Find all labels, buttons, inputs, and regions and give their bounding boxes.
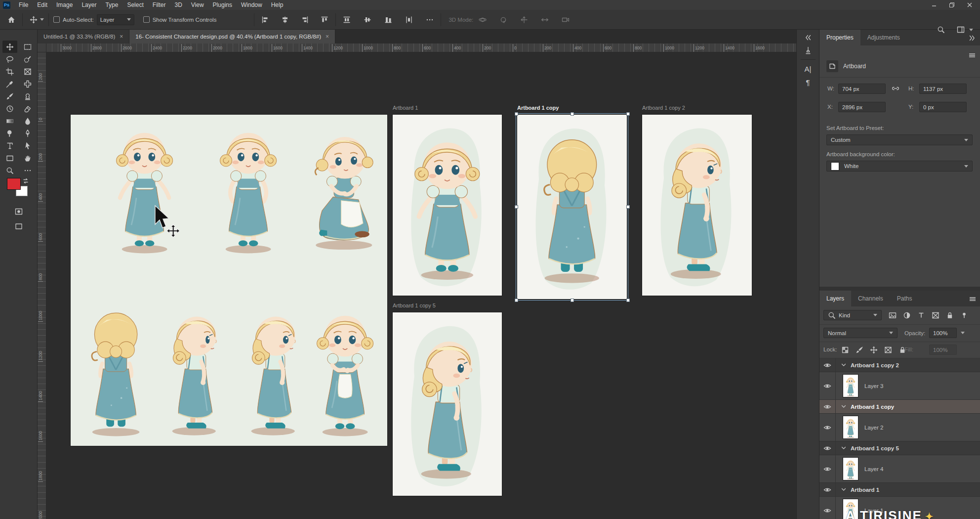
menu-layer[interactable]: Layer	[77, 0, 101, 9]
filter-frame-button[interactable]	[932, 311, 939, 319]
tab-close-icon[interactable]: ×	[120, 33, 123, 40]
tool-lasso[interactable]	[2, 53, 17, 65]
vertical-ruler[interactable]: 2000200400600800100012001400160018002000	[38, 52, 46, 519]
horizontal-ruler[interactable]: 3000280026002400220020001800160014001200…	[46, 43, 796, 52]
restore-button[interactable]	[944, 0, 959, 9]
layer-group-artboard-1-copy[interactable]: Artboard 1 copy	[819, 400, 980, 414]
tool-healing[interactable]	[20, 78, 35, 90]
blend-mode-dropdown[interactable]: Normal	[823, 328, 898, 338]
collapse-panels-icon[interactable]	[804, 34, 812, 42]
current-tool-icon[interactable]	[27, 13, 40, 26]
tool-brush[interactable]	[2, 90, 17, 102]
menu-3d[interactable]: 3D	[170, 0, 186, 9]
tool-clone-stamp[interactable]	[20, 90, 35, 102]
dist-top-button[interactable]	[340, 13, 353, 26]
minimize-button[interactable]	[927, 0, 941, 9]
menu-select[interactable]: Select	[122, 0, 148, 9]
lock-brush-button[interactable]	[856, 346, 863, 354]
filter-type-small-button[interactable]	[917, 311, 925, 319]
menu-filter[interactable]: Filter	[148, 0, 170, 9]
visibility-toggle[interactable]	[819, 400, 836, 413]
tab-properties[interactable]: Properties	[819, 30, 860, 45]
foreground-color-swatch[interactable]	[7, 178, 21, 190]
character-panel-icon[interactable]: A|	[805, 65, 812, 73]
tool-pen[interactable]	[20, 127, 35, 139]
tab-close-icon[interactable]: ×	[326, 33, 329, 40]
dist-center-v-button[interactable]	[361, 13, 374, 26]
search-button[interactable]	[935, 23, 947, 36]
tool-zoom[interactable]	[2, 164, 17, 176]
align-top-button[interactable]	[318, 13, 331, 26]
tool-crop[interactable]	[2, 65, 17, 78]
artboard-label[interactable]: Artboard 1	[393, 105, 418, 113]
layer-group-artboard-1-copy-2[interactable]: Artboard 1 copy 2	[819, 358, 980, 372]
artboard-artboard-1-copy[interactable]	[517, 115, 627, 299]
tab-adjustments[interactable]: Adjustments	[860, 30, 907, 45]
height-field[interactable]: 1137 px	[919, 84, 967, 94]
menu-file[interactable]: File	[14, 0, 33, 9]
menu-help[interactable]: Help	[267, 0, 288, 9]
y-field[interactable]: 0 px	[919, 102, 967, 112]
menu-view[interactable]: View	[187, 0, 208, 9]
menu-plugins[interactable]: Plugins	[208, 0, 237, 9]
quick-mask-button[interactable]	[15, 208, 23, 216]
menu-edit[interactable]: Edit	[33, 0, 52, 9]
tool-blur[interactable]	[20, 115, 35, 127]
document-tab-1[interactable]: Untitled-1 @ 33.3% (RGB/8)×	[38, 30, 129, 43]
layer-layer-3[interactable]: Layer 3	[819, 372, 980, 400]
tool-frame[interactable]	[20, 65, 35, 78]
tool-dodge[interactable]	[2, 127, 17, 139]
group-expand-chevron-icon[interactable]	[840, 485, 848, 494]
filter-padlock-button[interactable]	[946, 311, 954, 319]
tool-path-selection[interactable]	[20, 139, 35, 152]
layer-group-artboard-1[interactable]: Artboard 1	[819, 483, 980, 497]
artboard-label[interactable]: Artboard 1 copy 2	[642, 105, 685, 113]
layer-filter-dropdown[interactable]: Kind	[823, 310, 882, 320]
tool-hand[interactable]	[20, 152, 35, 164]
pasteboard[interactable]: Artboard 1Artboard 1 copyArtboard 1 copy…	[46, 52, 796, 519]
artboard-artboard-1-copy-2[interactable]	[642, 115, 752, 296]
tool-move[interactable]	[2, 41, 17, 53]
artboard-main[interactable]	[71, 115, 387, 446]
workspace-switcher-button[interactable]	[954, 23, 967, 36]
layer-layer-4[interactable]: Layer 4	[819, 455, 980, 483]
visibility-toggle[interactable]	[819, 358, 836, 372]
layer-layer-2[interactable]: Layer 2	[819, 414, 980, 441]
width-field[interactable]: 704 px	[838, 84, 886, 94]
home-button[interactable]	[5, 13, 18, 26]
filter-img-button[interactable]	[889, 311, 897, 319]
visibility-toggle[interactable]	[819, 414, 836, 441]
layer-thumbnail[interactable]	[843, 416, 858, 439]
lock-move-button[interactable]	[870, 346, 878, 354]
tool-more[interactable]	[20, 164, 35, 176]
artboard-artboard-1-copy-5[interactable]	[393, 312, 502, 496]
menu-type[interactable]: Type	[101, 0, 122, 9]
layer-thumbnail[interactable]	[843, 374, 858, 397]
tool-type[interactable]	[2, 139, 17, 152]
artboard-artboard-1[interactable]	[393, 115, 502, 296]
tool-gradient[interactable]	[2, 115, 17, 127]
properties-menu-icon[interactable]	[968, 51, 976, 59]
tab-layers[interactable]: Layers	[819, 291, 851, 306]
document-tab-2[interactable]: 16- Consistent Character design.psd @ 40…	[129, 30, 335, 43]
layer-thumbnail[interactable]	[843, 457, 858, 480]
group-expand-chevron-icon[interactable]	[840, 361, 848, 370]
visibility-toggle[interactable]	[819, 441, 836, 455]
menu-window[interactable]: Window	[237, 0, 267, 9]
preset-dropdown[interactable]: Custom	[826, 134, 973, 145]
group-expand-chevron-icon[interactable]	[840, 444, 848, 453]
group-expand-chevron-icon[interactable]	[840, 402, 848, 411]
lock-checker-button[interactable]	[841, 346, 849, 354]
opacity-field[interactable]: 100%	[929, 328, 957, 338]
tool-marquee[interactable]	[20, 41, 35, 53]
swap-colors-icon[interactable]	[22, 177, 30, 185]
link-dimensions-icon[interactable]	[892, 85, 899, 92]
auto-select-checkbox[interactable]	[53, 16, 60, 23]
more-align-options-button[interactable]	[423, 13, 436, 26]
auto-select-target-dropdown[interactable]: Layer	[97, 14, 134, 25]
tool-eyedropper[interactable]	[2, 78, 17, 90]
dist-bottom-button[interactable]	[382, 13, 395, 26]
align-right-button[interactable]	[298, 13, 311, 26]
x-field[interactable]: 2896 px	[838, 102, 886, 112]
screen-mode-button[interactable]	[15, 222, 23, 230]
